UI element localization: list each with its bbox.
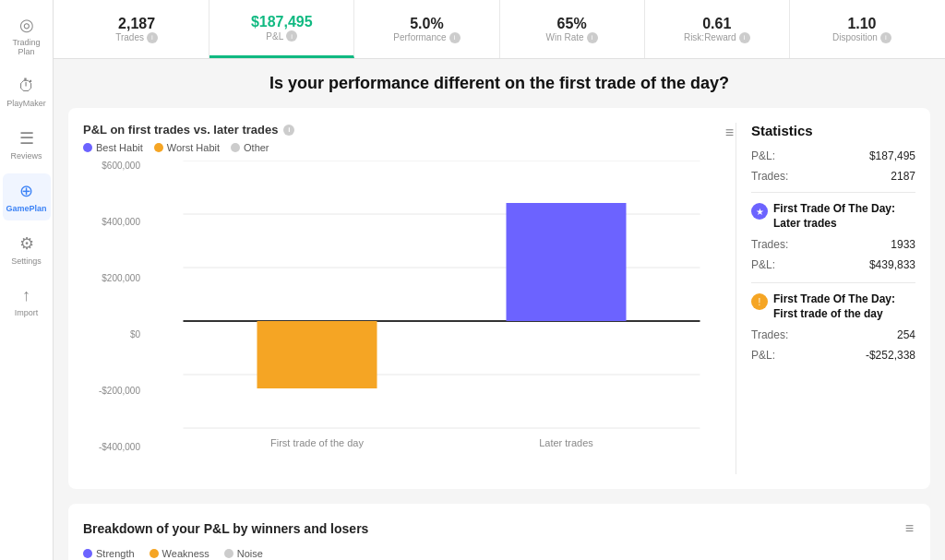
page-content: Is your performance different on the fir… bbox=[54, 59, 945, 560]
upload-icon: ↑ bbox=[22, 286, 30, 305]
bottom-header: Breakdown of your P&L by winners and los… bbox=[83, 518, 915, 539]
strength-dot bbox=[83, 549, 92, 558]
main-content: 2,187 Trades i $187,495 P&L i 5.0% Perfo… bbox=[54, 0, 945, 560]
gameplan-icon: ⊕ bbox=[19, 181, 33, 201]
y-label-400k: $400,000 bbox=[102, 217, 140, 227]
divider-1 bbox=[751, 192, 915, 193]
later-trades-header: ★ First Trade Of The Day: Later trades bbox=[751, 202, 915, 231]
rr-info-icon[interactable]: i bbox=[739, 32, 750, 43]
statistics-panel: Statistics P&L: $187,495 Trades: 2187 ★ … bbox=[736, 123, 915, 474]
trades-info-icon[interactable]: i bbox=[147, 32, 158, 43]
overall-trades-row: Trades: 2187 bbox=[751, 170, 915, 183]
overall-pl-value: $187,495 bbox=[869, 149, 915, 162]
overall-trades-value: 2187 bbox=[891, 170, 915, 183]
later-trades-pl-row: P&L: $439,833 bbox=[751, 258, 915, 271]
sidebar-item-gameplan[interactable]: ⊕ GamePlan bbox=[3, 173, 51, 220]
later-trades-count: 1933 bbox=[891, 238, 915, 251]
y-label-200k: $200,000 bbox=[102, 273, 140, 283]
sidebar-item-import[interactable]: ↑ Import bbox=[3, 279, 51, 325]
sidebar-item-label: PlayMaker bbox=[6, 99, 46, 108]
y-label-neg400k: -$400,000 bbox=[99, 442, 140, 452]
target-icon: ◎ bbox=[19, 15, 34, 35]
chart-section: P&L on first trades vs. later trades i B… bbox=[68, 108, 930, 489]
first-trade-pl-label: P&L: bbox=[751, 349, 775, 362]
question-heading: Is your performance different on the fir… bbox=[68, 74, 930, 93]
sidebar-item-label: Settings bbox=[11, 256, 42, 266]
noise-dot bbox=[224, 549, 233, 558]
chart-info-icon[interactable]: i bbox=[283, 125, 294, 136]
y-label-0: $0 bbox=[130, 329, 140, 340]
disp-info-icon[interactable]: i bbox=[880, 32, 891, 43]
sidebar-item-playmaker[interactable]: ⏱ PlayMaker bbox=[3, 69, 51, 115]
divider-2 bbox=[751, 282, 915, 283]
stat-performance[interactable]: 5.0% Performance i bbox=[354, 0, 499, 58]
legend-other: Other bbox=[231, 142, 269, 153]
pl-value: $187,495 bbox=[251, 14, 313, 30]
later-trades-row: Trades: 1933 bbox=[751, 238, 915, 251]
disposition-label: Disposition i bbox=[832, 32, 891, 43]
performance-label: Performance i bbox=[393, 32, 460, 43]
stats-panel-title: Statistics bbox=[751, 123, 915, 138]
sidebar-item-label: Import bbox=[15, 308, 39, 317]
legend-noise: Noise bbox=[224, 548, 263, 559]
stat-risk-reward[interactable]: 0.61 Risk:Reward i bbox=[645, 0, 790, 58]
svg-text:Later trades: Later trades bbox=[539, 437, 593, 448]
winrate-info-icon[interactable]: i bbox=[587, 32, 598, 43]
stat-pl[interactable]: $187,495 P&L i bbox=[209, 0, 354, 58]
list-icon: ☰ bbox=[19, 128, 34, 149]
winrate-value: 65% bbox=[557, 16, 587, 32]
legend-worst-habit: Worst Habit bbox=[154, 142, 220, 153]
legend-strength: Strength bbox=[83, 548, 135, 559]
sidebar: ◎ Trading Plan ⏱ PlayMaker ☰ Reviews ⊕ G… bbox=[0, 0, 54, 560]
trades-value: 2,187 bbox=[118, 16, 155, 32]
stats-bar: 2,187 Trades i $187,495 P&L i 5.0% Perfo… bbox=[54, 0, 945, 59]
bottom-title: Breakdown of your P&L by winners and los… bbox=[83, 521, 368, 536]
first-trade-name: First Trade Of The Day: First trade of t… bbox=[773, 292, 915, 321]
bar-later-trades bbox=[507, 203, 627, 321]
first-trade-header: ! First Trade Of The Day: First trade of… bbox=[751, 292, 915, 321]
weakness-dot bbox=[150, 549, 159, 558]
svg-text:First trade of the day: First trade of the day bbox=[270, 437, 364, 448]
disposition-value: 1.10 bbox=[847, 16, 876, 32]
later-trades-pl-label: P&L: bbox=[751, 258, 775, 271]
sidebar-item-trading-plan[interactable]: ◎ Trading Plan bbox=[3, 7, 51, 64]
category-later-trades: ★ First Trade Of The Day: Later trades T… bbox=[751, 202, 915, 271]
later-trades-icon: ★ bbox=[751, 203, 768, 220]
later-trades-pl-value: $439,833 bbox=[869, 258, 915, 271]
first-trade-pl-row: P&L: -$252,338 bbox=[751, 349, 915, 362]
sidebar-item-label: Reviews bbox=[10, 151, 42, 161]
chart-header: P&L on first trades vs. later trades i B… bbox=[83, 123, 736, 153]
bottom-section: Breakdown of your P&L by winners and los… bbox=[68, 504, 930, 560]
other-dot bbox=[231, 143, 240, 152]
y-label-neg200k: -$200,000 bbox=[99, 386, 140, 396]
best-habit-dot bbox=[83, 143, 92, 152]
bottom-menu-icon[interactable]: ≡ bbox=[903, 518, 915, 539]
sidebar-item-settings[interactable]: ⚙ Settings bbox=[3, 226, 51, 273]
pl-info-icon[interactable]: i bbox=[286, 30, 297, 42]
chart-title-block: P&L on first trades vs. later trades i B… bbox=[83, 123, 294, 153]
chart-plot: First trade of the day Later trades bbox=[148, 161, 736, 474]
chart-area: P&L on first trades vs. later trades i B… bbox=[83, 123, 736, 474]
legend-weakness: Weakness bbox=[150, 548, 209, 559]
winrate-label: Win Rate i bbox=[546, 32, 598, 43]
stat-disposition[interactable]: 1.10 Disposition i bbox=[790, 0, 934, 58]
stat-winrate[interactable]: 65% Win Rate i bbox=[500, 0, 645, 58]
worst-habit-dot bbox=[154, 143, 163, 152]
first-trade-count: 254 bbox=[897, 328, 915, 341]
sidebar-item-label: GamePlan bbox=[6, 204, 46, 213]
risk-reward-value: 0.61 bbox=[702, 16, 731, 32]
bar-chart-svg: First trade of the day Later trades bbox=[148, 161, 736, 452]
sidebar-item-label: Trading Plan bbox=[6, 38, 47, 56]
overall-trades-label: Trades: bbox=[751, 170, 788, 183]
perf-info-icon[interactable]: i bbox=[449, 32, 461, 43]
stat-trades[interactable]: 2,187 Trades i bbox=[65, 0, 209, 58]
chart-menu-icon[interactable]: ≡ bbox=[724, 123, 736, 143]
y-axis: $600,000 $400,000 $200,000 $0 -$200,000 … bbox=[83, 161, 148, 474]
chart-legend: Best Habit Worst Habit Other bbox=[83, 142, 294, 153]
sidebar-item-reviews[interactable]: ☰ Reviews bbox=[3, 121, 51, 168]
trades-label: Trades i bbox=[115, 32, 158, 43]
category-first-trade: ! First Trade Of The Day: First trade of… bbox=[751, 292, 915, 362]
bottom-legend: Strength Weakness Noise bbox=[83, 548, 915, 559]
pl-label: P&L i bbox=[266, 30, 297, 42]
bar-chart: $600,000 $400,000 $200,000 $0 -$200,000 … bbox=[83, 161, 736, 474]
